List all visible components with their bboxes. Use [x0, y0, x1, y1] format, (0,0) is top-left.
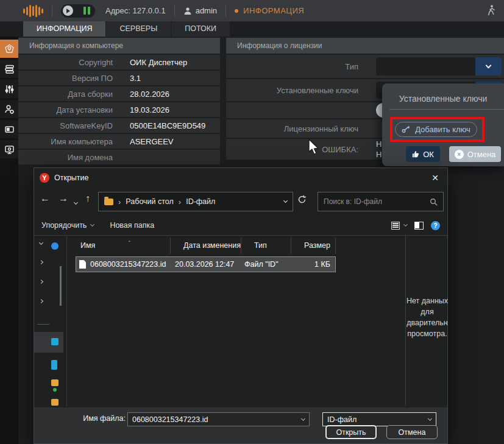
tree-scrollbar[interactable]: [60, 266, 62, 306]
breadcrumb-desktop[interactable]: Рабочий стол: [126, 197, 173, 206]
sidenav-monitor-button[interactable]: [0, 140, 18, 158]
info-row: Дата сборки28.02.2026: [18, 86, 220, 101]
dialog-toolbar: Упорядочить Новая папка ?: [34, 216, 447, 236]
file-row-selected[interactable]: 0608003215347223.id 20.03.2026 12:47 Фай…: [76, 256, 336, 272]
card-icon: [4, 124, 15, 135]
dialog-titlebar[interactable]: Y Открытие ✕: [34, 168, 447, 188]
column-headers: ˆ Имя Дата изменения Тип Размер: [68, 238, 405, 254]
row-label: Установленные ключи: [226, 86, 358, 95]
walking-person-icon[interactable]: [488, 5, 495, 16]
layers-icon: [4, 64, 15, 74]
row-label: Лицензионный ключ: [226, 124, 358, 133]
sidenav-users-button[interactable]: [0, 100, 18, 118]
ok-button[interactable]: ОК: [406, 146, 440, 162]
cancel-button[interactable]: × Отмена: [449, 146, 501, 162]
filetype-combo[interactable]: ID-файл: [322, 412, 436, 426]
tree-item-collapsed[interactable]: [34, 258, 66, 269]
column-header-size[interactable]: Размер: [291, 238, 336, 254]
row-value: ОИК Диспетчер: [130, 58, 187, 67]
tree-selected-item[interactable]: [34, 332, 63, 353]
play-icon[interactable]: [63, 5, 73, 16]
info-row: SoftwareKeyID0500E14BC9E9D549: [18, 118, 220, 133]
filename-input[interactable]: [132, 415, 302, 424]
tree-drive-icon[interactable]: [51, 360, 57, 370]
type-select-input[interactable]: [376, 57, 475, 76]
view-mode-button[interactable]: [391, 222, 407, 230]
tab-streams[interactable]: ПОТОКИ: [171, 21, 230, 37]
info-row: CopyrightОИК Диспетчер: [18, 55, 220, 69]
tree-folder-icon[interactable]: [51, 379, 59, 386]
breadcrumb-separator: ›: [179, 197, 181, 206]
mouse-cursor: [308, 139, 320, 156]
tree-folder-icon[interactable]: [51, 399, 59, 406]
row-label: Дата сборки: [18, 90, 113, 99]
play-pause-toggle[interactable]: [61, 4, 95, 18]
info-row: Дата установки19.03.2026: [18, 102, 220, 117]
nav-back-button[interactable]: ←: [40, 193, 50, 204]
nav-recent-button[interactable]: [74, 196, 77, 206]
breadcrumb-separator: ›: [118, 197, 121, 206]
filetype-value: ID-файл: [327, 415, 428, 424]
chevron-down-icon: [486, 63, 492, 69]
filename-combo[interactable]: [127, 412, 310, 426]
nav-up-button[interactable]: ↑: [85, 193, 90, 204]
new-folder-button[interactable]: Новая папка: [110, 221, 154, 230]
chevron-right-icon: [39, 260, 43, 264]
tree-item-collapsed[interactable]: [34, 277, 66, 288]
refresh-button[interactable]: [297, 195, 307, 206]
section-label: ИНФОРМАЦИЯ: [243, 6, 304, 15]
red-highlight-annotation: [390, 117, 484, 142]
pause-icon[interactable]: [83, 7, 90, 15]
type-select-button[interactable]: [475, 57, 502, 76]
help-icon[interactable]: ?: [431, 221, 440, 230]
address-chevron-icon[interactable]: [283, 199, 288, 203]
organize-button[interactable]: Упорядочить: [41, 221, 94, 230]
file-size: 1 КБ: [302, 260, 335, 269]
column-header-modified[interactable]: Дата изменения: [171, 238, 241, 254]
row-value: 3.1: [130, 74, 141, 83]
tree-item-collapsed[interactable]: [34, 297, 66, 308]
tab-information[interactable]: ИНФОРМАЦИЯ: [23, 21, 105, 37]
sidenav-layers-button[interactable]: [0, 60, 18, 78]
chevron-down-icon: [301, 416, 305, 420]
monitor-eye-icon: [4, 144, 15, 155]
row-value: 0500E14BC9E9D549: [130, 121, 205, 130]
computer-info-panel: Информация о компьютере CopyrightОИК Дис…: [18, 38, 220, 167]
username-label: admin: [196, 6, 217, 15]
column-header-name[interactable]: ˆ Имя: [68, 238, 171, 254]
sort-ascending-icon: ˆ: [129, 235, 130, 252]
open-button[interactable]: Открыть: [325, 425, 377, 439]
search-box[interactable]: [318, 192, 444, 211]
address-bar[interactable]: › Рабочий стол › ID-файл: [98, 192, 293, 211]
sidenav-card-button[interactable]: [0, 120, 18, 138]
row-label: Имя компьютера: [18, 137, 113, 146]
topbar: Адрес: 127.0.0.1 admin ИНФОРМАЦИЯ: [0, 0, 504, 21]
search-input[interactable]: [324, 197, 430, 206]
sidenav-home-button[interactable]: [0, 40, 18, 58]
divider: [225, 5, 226, 16]
thumbs-up-icon: [412, 150, 419, 158]
row-label: Тип: [226, 62, 358, 71]
chevron-down-icon: [39, 241, 43, 245]
column-header-type[interactable]: Тип: [241, 238, 291, 254]
file-icon: [79, 260, 86, 269]
sidenav-settings-button[interactable]: [0, 80, 18, 98]
tree-root-item[interactable]: [34, 238, 66, 249]
divider: [174, 5, 175, 16]
chevron-down-icon: [74, 200, 78, 205]
popup-title: Установленные ключи: [382, 94, 504, 104]
row-label: Copyright: [18, 58, 113, 67]
dialog-bottom-bar: Имя файла: ID-файл Открыть Отмена: [34, 407, 447, 443]
error-text-fragment: Н Н: [376, 139, 382, 160]
preview-pane-button[interactable]: [414, 222, 424, 230]
divider: [52, 5, 52, 16]
folder-icon: [104, 199, 113, 205]
dialog-cancel-button[interactable]: Отмена: [386, 425, 438, 439]
nav-forward-button[interactable]: →: [59, 193, 68, 204]
tab-servers[interactable]: СЕРВЕРЫ: [106, 21, 171, 37]
dialog-close-button[interactable]: ✕: [423, 168, 447, 188]
dialog-title: Открытие: [54, 174, 89, 182]
breadcrumb-id-folder[interactable]: ID-файл: [186, 197, 215, 206]
tree-computer-icon[interactable]: [51, 338, 59, 345]
audio-bars-logo-icon: [23, 4, 43, 18]
